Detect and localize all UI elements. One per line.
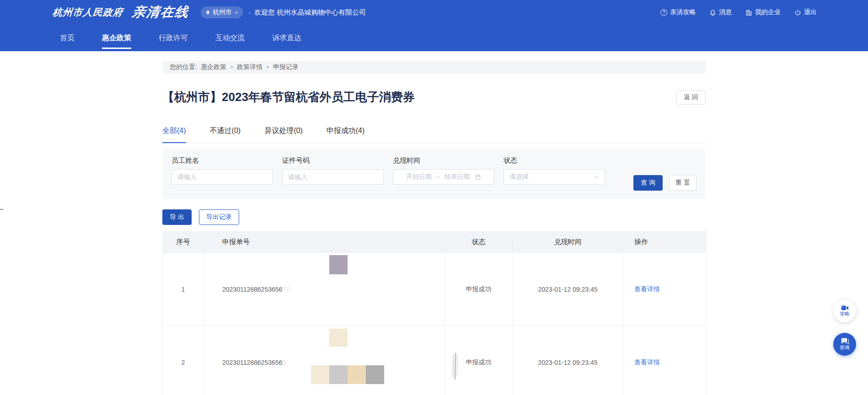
id-number-input[interactable] <box>282 169 384 185</box>
redeem-time-field-group: 兑现时间 开始日期 ~ 结束日期 <box>393 156 494 191</box>
status-select[interactable]: 请选择 <box>504 169 605 185</box>
nav-item-interaction[interactable]: 互动交流 <box>215 25 245 51</box>
breadcrumb-item-policies[interactable]: 惠企政策 <box>201 63 226 71</box>
welcome-bullet: · <box>248 9 251 16</box>
column-header-redeem-time: 兑现时间 <box>513 232 623 253</box>
column-header-action: 操作 <box>623 232 706 253</box>
welcome-company: 欢迎您 杭州水晶城购物中心有限公司 <box>254 8 366 17</box>
select-chevron-down-icon <box>594 175 599 180</box>
site-header: 杭州市人民政府 亲清在线 杭州市 · 欢迎您 杭州水晶城购物中心有限公司 ? 亲… <box>0 0 868 51</box>
row-status: 申报成功 <box>445 253 513 326</box>
page-title: 【杭州市】2023年春节留杭省外员工电子消费券 <box>162 89 415 105</box>
redaction-block <box>329 365 348 384</box>
date-end-placeholder: 结束日期 <box>445 173 470 181</box>
my-company-link[interactable]: 我的企业 <box>745 8 781 16</box>
gov-logo-text: 杭州市人民政府 <box>52 6 124 19</box>
back-button[interactable]: 返 回 <box>676 90 706 105</box>
location-pin-icon <box>205 10 210 16</box>
status-select-placeholder: 请选择 <box>509 173 529 181</box>
order-no-text: 20230112886253656 <box>222 286 282 293</box>
title-row: 【杭州市】2023年春节留杭省外员工电子消费券 返 回 <box>162 89 706 105</box>
nav-item-licensing[interactable]: 行政许可 <box>159 25 188 51</box>
city-selector-label: 杭州市 <box>213 8 232 16</box>
chevron-down-icon <box>234 11 238 15</box>
redaction-block <box>329 255 348 274</box>
tab-all[interactable]: 全部(4) <box>162 126 186 143</box>
redeem-time-label: 兑现时间 <box>393 156 494 165</box>
id-number-label: 证件号码 <box>282 156 384 165</box>
row-index: 2 <box>163 326 204 395</box>
declaration-records-table: 序号 申报单号 状态 兑现时间 操作 1 2023011288625365677… <box>162 231 706 395</box>
nav-item-appeals-label: 诉求直达 <box>272 33 301 43</box>
row-order-no: 2023011288625365677 <box>204 253 445 326</box>
search-button[interactable]: 查 询 <box>633 175 663 191</box>
main-content: 您的位置: 惠企政策 > 政策详情 > 申报记录 【杭州市】2023年春节留杭省… <box>162 61 706 395</box>
nav-item-policies[interactable]: 惠企政策 <box>102 25 131 51</box>
logout-link-label: 退出 <box>804 8 817 16</box>
guide-link-label: 亲清攻略 <box>670 8 696 16</box>
export-toolbar: 导 出 导出记录 <box>162 209 706 225</box>
bell-icon <box>709 9 716 16</box>
export-button[interactable]: 导 出 <box>162 209 192 225</box>
column-header-status: 状态 <box>445 232 513 253</box>
tab-rejected[interactable]: 不通过(0) <box>210 126 241 143</box>
id-number-field-group: 证件号码 <box>282 156 384 191</box>
row-order-no: 202301128862536563 <box>204 326 445 395</box>
messages-link[interactable]: 消息 <box>709 8 732 16</box>
status-label: 状态 <box>504 156 605 165</box>
breadcrumb: 您的位置: 惠企政策 > 政策详情 > 申报记录 <box>162 61 706 74</box>
nav-item-licensing-label: 行政许可 <box>159 33 188 43</box>
breadcrumb-item-declare-records[interactable]: 申报记录 <box>273 63 299 71</box>
edge-artifact <box>0 209 3 210</box>
messages-link-label: 消息 <box>719 8 732 16</box>
logout-link[interactable]: 退出 <box>794 8 817 16</box>
date-start-placeholder: 开始日期 <box>406 173 432 181</box>
main-nav: 首页 惠企政策 行政许可 互动交流 诉求直达 <box>0 25 868 51</box>
export-records-button[interactable]: 导出记录 <box>199 209 239 225</box>
breadcrumb-separator: > <box>230 64 233 70</box>
column-header-index: 序号 <box>163 232 204 253</box>
top-bar: 杭州市人民政府 亲清在线 杭州市 · 欢迎您 杭州水晶城购物中心有限公司 ? 亲… <box>0 0 868 25</box>
top-utility-links: ? 亲清攻略 消息 我的企业 退出 <box>660 8 817 16</box>
row-action-cell: 查看详情 <box>623 253 706 326</box>
guide-link[interactable]: ? 亲清攻略 <box>660 8 696 16</box>
brand-logo-text: 亲清在线 <box>131 3 190 21</box>
view-detail-link[interactable]: 查看详情 <box>634 285 660 293</box>
calendar-icon <box>475 174 481 180</box>
filter-actions: 查 询 重 置 <box>633 156 697 191</box>
view-detail-link[interactable]: 查看详情 <box>634 358 660 366</box>
breadcrumb-separator: > <box>266 64 269 70</box>
nav-item-policies-label: 惠企政策 <box>102 33 131 43</box>
city-selector[interactable]: 杭州市 <box>201 6 243 18</box>
consult-float-label: 咨询 <box>840 345 850 351</box>
order-no-faded-text: 77 <box>282 286 289 293</box>
redaction-block <box>348 365 366 384</box>
consult-float-button[interactable]: 咨询 <box>833 333 856 356</box>
status-field-group: 状态 请选择 <box>504 156 605 191</box>
employee-name-input[interactable] <box>171 169 273 185</box>
employee-name-field-group: 员工姓名 <box>171 156 273 191</box>
row-redeem-time: 2023-01-12 09:23:45 <box>513 253 623 326</box>
tab-success[interactable]: 申报成功(4) <box>327 126 365 143</box>
employee-name-label: 员工姓名 <box>171 156 273 165</box>
breadcrumb-item-policy-detail[interactable]: 政策详情 <box>237 63 263 71</box>
redaction-block <box>311 365 329 384</box>
guide-float-button[interactable]: 攻略 <box>833 299 856 322</box>
order-no-text: 20230112886253656 <box>222 359 282 366</box>
nav-item-home-label: 首页 <box>60 33 75 43</box>
breadcrumb-prefix: 您的位置: <box>170 63 197 71</box>
chat-bubble-icon <box>841 338 849 345</box>
redaction-block <box>329 329 348 347</box>
reset-button[interactable]: 重 置 <box>669 175 697 191</box>
redeem-time-range-picker[interactable]: 开始日期 ~ 结束日期 <box>393 169 494 185</box>
video-camera-icon <box>841 305 849 311</box>
row-redeem-time: 2023-01-12 09:23:45 <box>513 326 623 395</box>
order-no-faded-text: 3 <box>282 359 286 366</box>
tab-dispute[interactable]: 异议处理(0) <box>264 126 303 143</box>
guide-float-label: 攻略 <box>840 311 850 317</box>
nav-item-appeals[interactable]: 诉求直达 <box>272 25 301 51</box>
nav-item-home[interactable]: 首页 <box>60 25 75 51</box>
nav-item-interaction-label: 互动交流 <box>215 33 245 43</box>
filter-panel: 员工姓名 证件号码 兑现时间 开始日期 ~ 结束日期 状态 请选择 <box>162 149 706 199</box>
column-header-order-no: 申报单号 <box>204 232 445 253</box>
